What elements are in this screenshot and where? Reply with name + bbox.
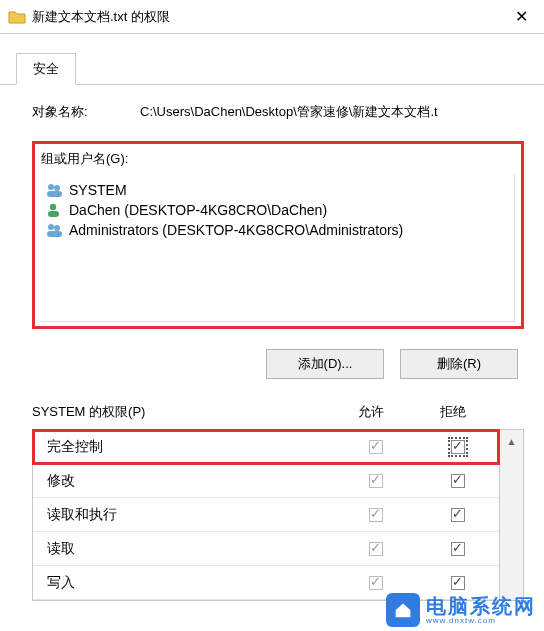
- perm-row-modify: 修改: [33, 464, 499, 498]
- allow-checkbox[interactable]: [369, 542, 383, 556]
- object-name-label: 对象名称:: [32, 103, 140, 121]
- svg-point-6: [54, 225, 60, 231]
- principal-dachen[interactable]: DaChen (DESKTOP-4KG8CRO\DaChen): [45, 200, 510, 220]
- perm-name: 修改: [47, 472, 335, 490]
- allow-checkbox[interactable]: [369, 576, 383, 590]
- object-name-value: C:\Users\DaChen\Desktop\管家速修\新建文本文档.t: [140, 103, 524, 121]
- close-icon: ✕: [515, 7, 528, 26]
- tab-strip: 安全: [0, 34, 544, 85]
- add-button[interactable]: 添加(D)...: [266, 349, 384, 379]
- watermark-text: 电脑系统网: [426, 596, 536, 616]
- close-button[interactable]: ✕: [498, 0, 544, 34]
- deny-column-header: 拒绝: [412, 403, 494, 421]
- remove-button-label: 删除(R): [437, 355, 481, 373]
- group-icon: [45, 222, 65, 238]
- principal-label: SYSTEM: [69, 182, 127, 198]
- allow-checkbox[interactable]: [369, 508, 383, 522]
- deny-checkbox[interactable]: [451, 508, 465, 522]
- deny-checkbox[interactable]: [451, 542, 465, 556]
- svg-rect-2: [47, 191, 62, 197]
- allow-column-header: 允许: [330, 403, 412, 421]
- principal-label: Administrators (DESKTOP-4KG8CRO\Administ…: [69, 222, 403, 238]
- principal-system[interactable]: SYSTEM: [45, 180, 510, 200]
- perm-name: 读取: [47, 540, 335, 558]
- permissions-header: SYSTEM 的权限(P) 允许 拒绝: [32, 403, 524, 429]
- button-row: 添加(D)... 删除(R): [32, 349, 518, 379]
- groups-box: 组或用户名(G): SYSTEM DaChen (DESKTOP-4KG8CRO…: [32, 141, 524, 329]
- remove-button[interactable]: 删除(R): [400, 349, 518, 379]
- principal-label: DaChen (DESKTOP-4KG8CRO\DaChen): [69, 202, 327, 218]
- tab-label: 安全: [33, 61, 59, 76]
- window-title: 新建文本文档.txt 的权限: [32, 8, 498, 26]
- titlebar: 新建文本文档.txt 的权限 ✕: [0, 0, 544, 34]
- principal-list[interactable]: SYSTEM DaChen (DESKTOP-4KG8CRO\DaChen) A…: [41, 174, 515, 322]
- svg-point-3: [50, 204, 56, 210]
- groups-label: 组或用户名(G):: [41, 150, 515, 168]
- permissions-header-label: SYSTEM 的权限(P): [32, 403, 330, 421]
- svg-point-5: [48, 224, 54, 230]
- deny-checkbox[interactable]: [451, 576, 465, 590]
- object-name-row: 对象名称: C:\Users\DaChen\Desktop\管家速修\新建文本文…: [32, 103, 524, 121]
- perm-name: 完全控制: [47, 438, 335, 456]
- svg-rect-7: [47, 231, 62, 237]
- permissions-table: 完全控制 修改 读取和执行 读取 写入: [32, 429, 500, 601]
- svg-rect-4: [48, 211, 59, 217]
- allow-checkbox[interactable]: [369, 440, 383, 454]
- perm-row-full-control: 完全控制: [33, 430, 499, 464]
- watermark-subtext: www.dnxtw.com: [426, 616, 536, 625]
- perm-row-read-execute: 读取和执行: [33, 498, 499, 532]
- scroll-up-icon: ▲: [507, 436, 517, 447]
- tab-security[interactable]: 安全: [16, 53, 76, 85]
- deny-checkbox[interactable]: [451, 474, 465, 488]
- group-icon: [45, 182, 65, 198]
- svg-point-1: [54, 185, 60, 191]
- allow-checkbox[interactable]: [369, 474, 383, 488]
- deny-checkbox[interactable]: [451, 440, 465, 454]
- permissions-container: 完全控制 修改 读取和执行 读取 写入: [32, 429, 524, 601]
- watermark-icon: [386, 593, 420, 627]
- svg-point-0: [48, 184, 54, 190]
- scrollbar[interactable]: ▲: [500, 429, 524, 601]
- user-icon: [45, 202, 65, 218]
- watermark: 电脑系统网 www.dnxtw.com: [386, 593, 536, 627]
- perm-row-read: 读取: [33, 532, 499, 566]
- add-button-label: 添加(D)...: [298, 355, 353, 373]
- principal-administrators[interactable]: Administrators (DESKTOP-4KG8CRO\Administ…: [45, 220, 510, 240]
- perm-name: 读取和执行: [47, 506, 335, 524]
- folder-icon: [8, 10, 26, 24]
- perm-name: 写入: [47, 574, 335, 592]
